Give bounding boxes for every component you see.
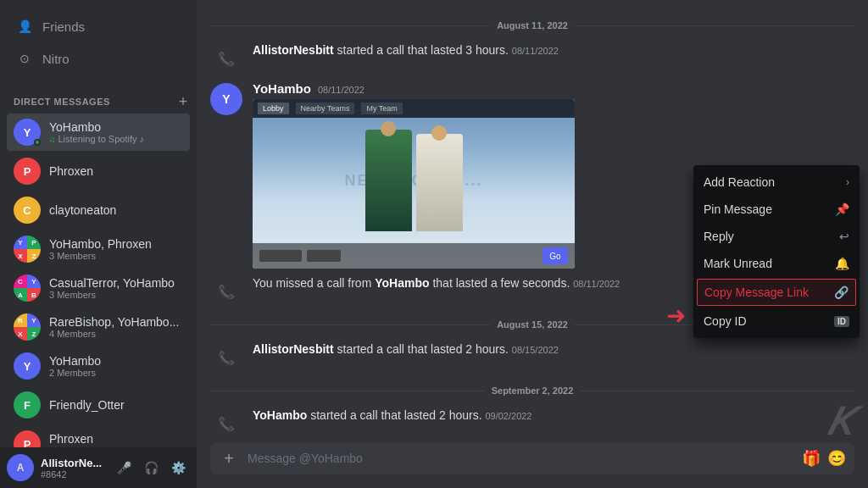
ctx-item-left: Add Reaction <box>704 175 839 189</box>
dm-info: Phroxen <box>49 164 183 178</box>
msg-timestamp: 09/02/2022 <box>485 411 531 421</box>
group-avatar: Y P X Z <box>14 236 41 263</box>
nitro-icon: ⊙ <box>15 49 34 68</box>
msg-text: AllistorNesbitt started a call that last… <box>253 43 559 57</box>
username: AllistorNe... <box>41 457 107 469</box>
ctx-reply[interactable]: Reply ↩ <box>693 223 860 250</box>
group-avatar: R Y X Z <box>14 313 41 341</box>
user-tag: #8642 <box>41 469 107 480</box>
dm-add-button[interactable]: + <box>176 95 190 108</box>
msg-timestamp: 08/11/2022 <box>318 85 364 95</box>
chat-input[interactable] <box>248 442 793 474</box>
user-name-area: AllistorNe... #8642 <box>41 457 107 480</box>
friends-icon: 👤 <box>15 17 34 36</box>
char1 <box>365 130 412 231</box>
ctx-copy-id[interactable]: Copy ID ID <box>693 308 860 335</box>
ctx-mark-unread[interactable]: Mark Unread 🔔 <box>693 250 860 277</box>
add-attachment-button[interactable]: + <box>217 449 241 469</box>
dm-item-casualterror[interactable]: C Y A B CasualTerror, YoHambo 3 Members <box>7 269 190 307</box>
dm-item-yohambo[interactable]: Y YoHambo ♫ Listening to Spotify ♪ <box>7 114 190 151</box>
dm-item-yohambo-phroxen[interactable]: Y P X Z YoHambo, Phroxen 3 Members <box>7 230 190 268</box>
dm-name: Phroxen <box>49 432 183 446</box>
char-head2 <box>431 125 447 141</box>
dm-item-friendly-otter[interactable]: F Friendly_Otter <box>7 386 190 424</box>
dm-header-label: DIRECT MESSAGES <box>14 97 110 107</box>
dm-info: Friendly_Otter <box>49 398 183 412</box>
ctx-copy-message-link[interactable]: Copy Message Link 🔗 <box>697 279 856 306</box>
msg-username: YoHambo <box>253 81 311 96</box>
dm-info: RareBishop, YoHambo... 4 Members <box>49 315 183 339</box>
bottom-icons: 🎤 🎧 ⚙️ <box>112 456 190 480</box>
msg-content: YoHambo started a call that lasted 2 hou… <box>253 408 854 424</box>
settings-button[interactable]: ⚙️ <box>166 456 190 480</box>
emoji-icon[interactable]: 😊 <box>826 447 848 469</box>
brand-watermark: 𝘒 <box>826 397 851 446</box>
member-count: 3 Members <box>49 251 183 261</box>
ctx-label: Add Reaction <box>704 175 775 189</box>
ctx-pin-message[interactable]: Pin Message 📌 <box>693 196 860 223</box>
link-icon: 🔗 <box>834 286 849 299</box>
dm-item-rarebishop[interactable]: R Y X Z RareBishop, YoHambo... 4 Members <box>7 308 190 346</box>
ctx-label: Mark Unread <box>704 257 772 270</box>
avatar: Y <box>14 352 41 380</box>
dm-sub: ♫ Listening to Spotify ♪ <box>49 134 183 144</box>
message-row: 📞 AllistorNesbitt started a call that la… <box>210 41 854 76</box>
char-head1 <box>381 121 396 136</box>
chat-input-area: + 🎁 😊 <box>197 442 868 488</box>
ctx-add-reaction[interactable]: Add Reaction › <box>693 169 860 196</box>
divider-line <box>580 391 854 391</box>
msg-timestamp: 08/11/2022 <box>573 279 620 289</box>
date-label: August 11, 2022 <box>497 20 568 30</box>
dm-item-phroxen[interactable]: P Phroxen <box>7 152 190 190</box>
dm-name: YoHambo <box>49 354 183 368</box>
avatar: C <box>14 197 41 224</box>
sidebar-item-friends[interactable]: 👤 Friends <box>7 10 190 42</box>
dm-item-claytoneaton[interactable]: C claytoneaton <box>7 191 190 229</box>
phone-icon: 📞 <box>210 408 242 435</box>
dm-list: Y YoHambo ♫ Listening to Spotify ♪ P Phr… <box>0 112 197 447</box>
dm-item-phroxen2[interactable]: P Phroxen 2 Members <box>7 425 190 447</box>
message-row: 📞 AllistorNesbitt started a call that la… <box>210 340 854 375</box>
dm-name: CasualTerror, YoHambo <box>49 276 183 290</box>
phone-icon: 📞 <box>210 42 242 75</box>
sidebar: 👤 Friends ⊙ Nitro DIRECT MESSAGES + Y Yo… <box>0 0 197 488</box>
user-avatar: A <box>7 454 34 481</box>
gift-icon[interactable]: 🎁 <box>800 447 822 469</box>
game-tab: My Team <box>361 103 402 114</box>
dm-info: Phroxen 2 Members <box>49 432 183 447</box>
member-count: 4 Members <box>49 329 183 339</box>
msg-text: AllistorNesbitt started a call that last… <box>253 342 559 356</box>
date-label: August 15, 2022 <box>497 319 568 330</box>
dm-info: claytoneaton <box>49 203 183 217</box>
game-bottom-bar: Go <box>253 243 575 269</box>
game-tab: Lobby <box>258 103 289 114</box>
member-count: 3 Members <box>49 290 183 300</box>
divider-line <box>575 25 854 26</box>
date-label: September 2, 2022 <box>492 385 574 396</box>
ctx-item-left: Copy Message Link <box>704 286 827 299</box>
go-button: Go <box>542 247 568 264</box>
dm-header: DIRECT MESSAGES + <box>0 81 197 112</box>
char2 <box>416 134 463 231</box>
msg-content: AllistorNesbitt started a call that last… <box>253 341 854 358</box>
avatar: P <box>14 430 41 447</box>
chat-input-box: + 🎁 😊 <box>210 442 854 474</box>
msg-content: AllistorNesbitt started a call that last… <box>253 42 854 59</box>
headphones-button[interactable]: 🎧 <box>139 456 163 480</box>
divider-line <box>210 25 490 26</box>
sidebar-nitro-label: Nitro <box>42 52 70 66</box>
group-avatar: C Y A B <box>14 274 41 302</box>
member-count: 2 Members <box>49 368 183 378</box>
pin-icon: 📌 <box>835 202 849 216</box>
sidebar-item-nitro[interactable]: ⊙ Nitro <box>7 42 190 75</box>
ctx-label: Pin Message <box>704 202 772 216</box>
msg-header: YoHambo 08/11/2022 <box>253 81 854 96</box>
msg-username-inline: YoHambo <box>253 408 307 422</box>
msg-text: You missed a call from YoHambo that last… <box>253 276 620 290</box>
game-screenshot: Lobby Nearby Teams My Team NEXUS OF FA..… <box>253 99 575 269</box>
msg-timestamp: 08/11/2022 <box>512 46 559 56</box>
msg-timestamp: 08/15/2022 <box>512 345 559 355</box>
ctx-item-left: Mark Unread <box>704 257 828 270</box>
mic-button[interactable]: 🎤 <box>112 456 136 480</box>
dm-item-yohambo2[interactable]: Y YoHambo 2 Members <box>7 347 190 385</box>
